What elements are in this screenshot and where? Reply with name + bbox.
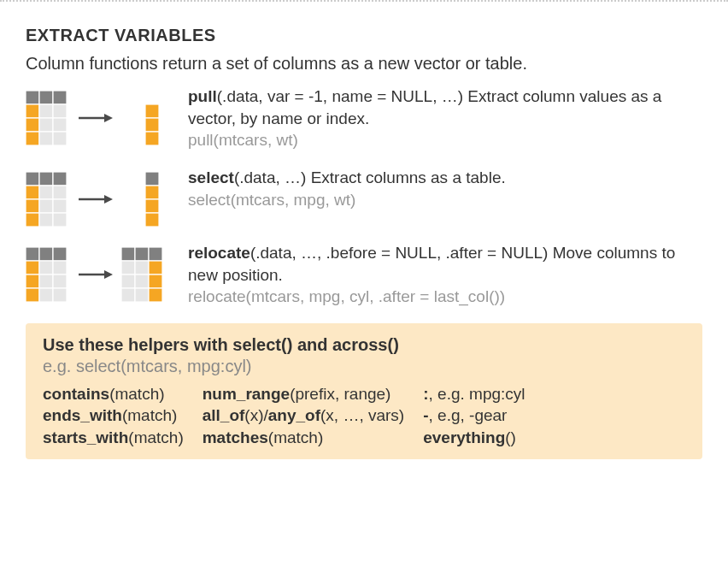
svg-rect-14	[145, 104, 159, 118]
viz-relocate	[26, 242, 171, 302]
svg-rect-26	[26, 213, 39, 227]
svg-rect-60	[149, 288, 162, 302]
svg-rect-1	[39, 91, 53, 104]
svg-rect-15	[145, 118, 159, 132]
svg-rect-42	[39, 275, 53, 288]
svg-rect-27	[39, 213, 53, 227]
helper-mid: (x)/	[244, 406, 267, 424]
svg-rect-36	[39, 247, 53, 261]
svg-rect-45	[39, 288, 53, 302]
svg-rect-37	[53, 247, 67, 261]
func-example: pull(mtcars, wt)	[188, 131, 298, 149]
helper-fn-2: any_of	[268, 406, 320, 424]
func-text: Extract columns as a table.	[311, 168, 506, 186]
func-row-relocate: relocate(.data, …, .before = NULL, .afte…	[26, 242, 702, 308]
svg-rect-34	[145, 213, 159, 227]
helper-args: (prefix, range)	[290, 385, 390, 403]
svg-rect-20	[26, 186, 39, 199]
viz-pull	[26, 86, 171, 145]
svg-rect-41	[26, 275, 39, 288]
func-name: select	[188, 168, 234, 186]
svg-rect-11	[53, 132, 67, 145]
svg-rect-3	[26, 104, 39, 118]
helpers-col-3: :, e.g. mpg:cyl -, e.g, -gear everything…	[423, 383, 525, 449]
svg-rect-59	[135, 288, 149, 302]
func-signature: (.data, …, .before = NULL, .after = NULL…	[250, 244, 553, 262]
helper-fn: ends_with	[43, 406, 122, 424]
func-desc-pull: pull(.data, var = -1, name = NULL, …) Ex…	[188, 86, 702, 151]
helper-args: ()	[505, 428, 516, 446]
svg-rect-21	[39, 186, 53, 199]
svg-rect-38	[26, 261, 39, 275]
svg-rect-25	[53, 199, 67, 213]
func-signature: (.data, …)	[234, 168, 311, 186]
svg-rect-57	[149, 275, 162, 288]
svg-rect-52	[121, 261, 135, 275]
section-intro: Column functions return a set of columns…	[26, 54, 702, 74]
svg-rect-22	[53, 186, 67, 199]
svg-rect-9	[26, 132, 39, 145]
func-name: pull	[188, 87, 217, 105]
svg-rect-31	[145, 172, 159, 186]
svg-rect-43	[53, 275, 67, 288]
helper-args: (match)	[109, 385, 164, 403]
svg-rect-40	[53, 261, 67, 275]
svg-rect-19	[53, 172, 67, 186]
svg-rect-8	[53, 118, 67, 132]
helpers-col-1: contains(match) ends_with(match) starts_…	[43, 383, 184, 449]
svg-rect-39	[39, 261, 53, 275]
helper-fn: num_range	[203, 385, 290, 403]
svg-rect-54	[149, 261, 162, 275]
helpers-columns: contains(match) ends_with(match) starts_…	[43, 383, 685, 449]
helper-args: (match)	[268, 428, 323, 446]
svg-rect-4	[39, 104, 53, 118]
helpers-box: Use these helpers with select() and acro…	[26, 323, 702, 459]
svg-rect-35	[26, 247, 39, 261]
helper-args: (match)	[122, 406, 177, 424]
helper-args-2: (x, …, vars)	[320, 406, 404, 424]
svg-marker-30	[104, 195, 113, 204]
func-example: select(mtcars, mpg, wt)	[188, 191, 355, 209]
svg-rect-28	[53, 213, 67, 227]
helper-fn: all_of	[203, 406, 245, 424]
helpers-example: e.g. select(mtcars, mpg:cyl)	[43, 357, 685, 376]
helper-fn: contains	[43, 385, 109, 403]
svg-rect-32	[145, 186, 159, 199]
svg-rect-44	[26, 288, 39, 302]
helper-fn: starts_with	[43, 428, 128, 446]
helper-fn: matches	[203, 428, 268, 446]
svg-rect-49	[121, 247, 135, 261]
helper-text: , e.g, -gear	[429, 406, 508, 424]
svg-rect-46	[53, 288, 67, 302]
svg-marker-48	[104, 270, 113, 279]
helper-fn: everything	[423, 428, 505, 446]
svg-rect-0	[26, 91, 39, 104]
svg-rect-2	[53, 91, 67, 104]
svg-rect-18	[39, 172, 53, 186]
func-example: relocate(mtcars, mpg, cyl, .after = last…	[188, 287, 505, 305]
section-heading: EXTRACT VARIABLES	[26, 26, 702, 45]
svg-rect-17	[26, 172, 39, 186]
helper-text: , e.g. mpg:cyl	[429, 385, 525, 403]
func-desc-select: select(.data, …) Extract columns as a ta…	[188, 167, 702, 210]
svg-rect-10	[39, 132, 53, 145]
svg-rect-58	[121, 288, 135, 302]
svg-rect-24	[39, 199, 53, 213]
svg-rect-23	[26, 199, 39, 213]
svg-rect-33	[145, 199, 159, 213]
func-row-select: select(.data, …) Extract columns as a ta…	[26, 167, 702, 227]
svg-rect-55	[121, 275, 135, 288]
svg-rect-5	[53, 104, 67, 118]
svg-rect-16	[145, 132, 159, 145]
svg-rect-51	[149, 247, 162, 261]
func-name: relocate	[188, 244, 250, 262]
func-signature: (.data, var = -1, name = NULL, …)	[217, 87, 468, 105]
func-desc-relocate: relocate(.data, …, .before = NULL, .afte…	[188, 242, 702, 308]
svg-rect-7	[39, 118, 53, 132]
svg-rect-6	[26, 118, 39, 132]
helper-args: (match)	[128, 428, 183, 446]
svg-marker-13	[104, 114, 113, 122]
svg-rect-56	[135, 275, 149, 288]
viz-select	[26, 167, 171, 227]
helpers-title: Use these helpers with select() and acro…	[43, 335, 685, 355]
